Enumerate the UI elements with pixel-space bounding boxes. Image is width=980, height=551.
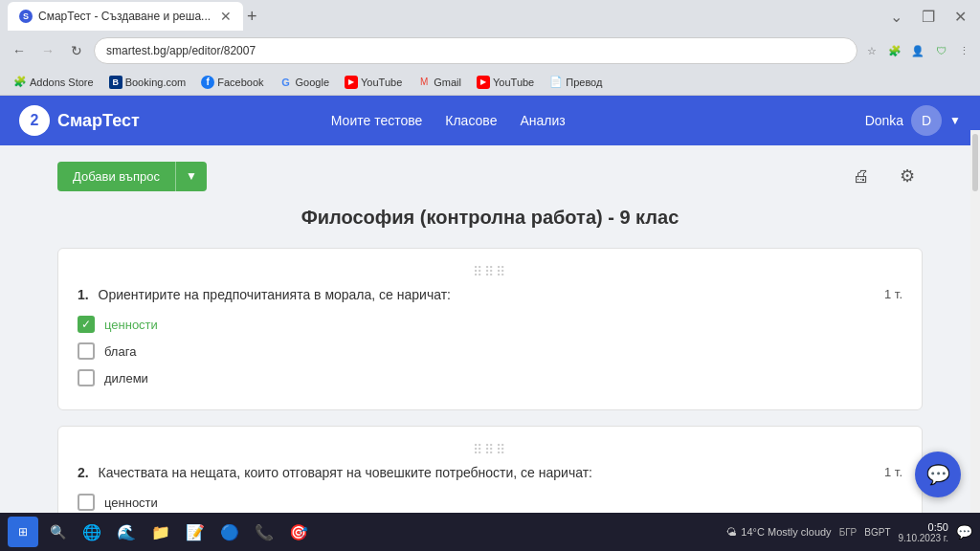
answer-option: дилеми [78, 367, 902, 388]
bookmark-google[interactable]: G Google [274, 74, 335, 91]
maximize-button[interactable]: ❐ [916, 8, 941, 26]
chat-bubble-button[interactable]: 💬 [915, 452, 961, 497]
add-question-button[interactable]: Добави въпрос [57, 162, 175, 191]
taskbar-chrome[interactable]: 🌐 [77, 517, 107, 547]
editor-toolbar: Добави въпрос ▼ 🖨 ⚙ [57, 161, 923, 191]
menu-button[interactable]: ⋮ [955, 42, 972, 59]
answer-text-1-1: ценности [104, 318, 158, 332]
files-icon: 📁 [151, 523, 170, 541]
bookmark-prevod[interactable]: 📄 Превод [544, 74, 608, 91]
test-title: Философия (контролна работа) - 9 клас [57, 207, 923, 229]
logo-icon: 2 [19, 105, 50, 136]
question-points-2: 1 т. [884, 465, 902, 479]
drag-handle-1[interactable]: ⠿⠿⠿ [78, 264, 902, 279]
extension-icon[interactable]: 🧩 [886, 42, 903, 59]
taskbar-edge[interactable]: 🌊 [111, 517, 142, 547]
drag-dots-icon: ⠿⠿⠿ [473, 264, 507, 279]
address-bar[interactable] [94, 37, 858, 64]
windows-icon: ⊞ [18, 525, 28, 539]
taskbar-word[interactable]: 📝 [180, 517, 211, 547]
bookmarks-bar: 🧩 Addons Store B Booking.com f Facebook … [0, 69, 980, 96]
scrollbar[interactable] [970, 130, 980, 513]
time-display: 0:50 [899, 521, 948, 533]
question-card-1: ⠿⠿⠿ 1. Ориентирите на предпочитанията в … [57, 248, 923, 410]
lang-bgpt: BGPT [864, 527, 890, 538]
add-question-group: Добави въпрос ▼ [57, 162, 207, 191]
reload-button[interactable]: ↻ [65, 39, 88, 62]
lang-indicator: БГР [839, 527, 858, 538]
start-button[interactable]: ⊞ [8, 517, 38, 547]
drag-handle-2[interactable]: ⠿⠿⠿ [78, 442, 902, 457]
taskbar-system: БГР [839, 527, 858, 538]
question-text-1: 1. Ориентирите на предпочитанията в мора… [78, 287, 451, 302]
answer-checkbox-1-3[interactable] [78, 369, 95, 386]
profile-icon[interactable]: 👤 [909, 42, 926, 59]
taskbar-files[interactable]: 📁 [145, 517, 176, 547]
menu-my-tests[interactable]: Моите тестове [331, 113, 423, 128]
add-question-dropdown-button[interactable]: ▼ [175, 162, 207, 191]
youtube-icon-2: ▶ [477, 76, 490, 89]
bookmark-gmail[interactable]: M Gmail [412, 74, 467, 91]
answer-option: ценности [78, 314, 902, 335]
answer-option: блага [78, 341, 902, 362]
answer-option-2-1: ценности [78, 492, 902, 513]
question-text-2: 2. Качествата на нещата, които отговарят… [78, 465, 592, 480]
notification-button[interactable]: 💬 [956, 524, 972, 540]
answer-text-2-1: ценности [104, 496, 158, 510]
app-logo[interactable]: 2 СмарТест [19, 105, 140, 136]
bookmark-addons[interactable]: 🧩 Addons Store [8, 74, 100, 91]
bookmark-facebook[interactable]: f Facebook [195, 74, 269, 91]
app-menu: Моите тестове Класове Анализ [331, 113, 566, 128]
bookmark-booking[interactable]: B Booking.com [103, 74, 192, 91]
menu-classes[interactable]: Класове [445, 113, 497, 128]
bookmark-star-icon[interactable]: ☆ [863, 42, 880, 59]
bookmark-youtube1[interactable]: ▶ YouTube [339, 74, 408, 91]
search-icon: 🔍 [50, 524, 66, 540]
window-controls: ⌄ ❐ ✕ [884, 8, 972, 26]
page-content: Добави въпрос ▼ 🖨 ⚙ Философия (контролна… [0, 145, 980, 528]
address-bar-icons: ☆ 🧩 👤 🛡 ⋮ [863, 42, 972, 59]
answer-checkbox-1-2[interactable] [78, 342, 95, 360]
translate-icon: 📄 [549, 76, 563, 89]
tab-title: СмарТест - Създаване и реша... [38, 10, 211, 23]
back-button[interactable]: ← [8, 39, 31, 62]
forward-button[interactable]: → [36, 39, 59, 62]
settings-button[interactable]: ⚙ [892, 161, 923, 191]
booking-icon: B [109, 76, 122, 89]
question-header-2: 2. Качествата на нещата, които отговарят… [78, 465, 902, 480]
tab-close-button[interactable]: ✕ [220, 9, 232, 24]
user-section: Donka D ▼ [865, 105, 961, 136]
facebook-icon: f [201, 76, 214, 89]
addons-icon: 🧩 [13, 76, 27, 89]
answer-checkbox-2-1[interactable] [78, 494, 95, 511]
taskbar-app5[interactable]: 🔵 [214, 517, 245, 547]
user-name: Donka [865, 113, 903, 128]
answer-checkbox-1-1[interactable] [78, 316, 95, 333]
app5-icon: 🔵 [220, 523, 239, 541]
app-name: СмарТест [57, 111, 140, 131]
user-avatar[interactable]: D [911, 105, 942, 136]
scroll-thumb[interactable] [972, 134, 978, 191]
taskbar: ⊞ 🔍 🌐 🌊 📁 📝 🔵 📞 🎯 🌤 14°C Mostly cloudy Б… [0, 513, 980, 551]
app-navigation: 2 СмарТест Моите тестове Класове Анализ … [0, 96, 980, 145]
new-tab-button[interactable]: + [247, 7, 257, 27]
minimize-button[interactable]: ⌄ [884, 8, 908, 26]
weather-icon: 🌤 [726, 526, 737, 538]
question-header-1: 1. Ориентирите на предпочитанията в мора… [78, 287, 902, 302]
toolbar-icons: 🖨 ⚙ [846, 161, 923, 191]
taskbar-app7[interactable]: 🎯 [283, 517, 314, 547]
tab-favicon: S [19, 10, 33, 23]
menu-analysis[interactable]: Анализ [520, 113, 565, 128]
app7-icon: 🎯 [289, 523, 308, 541]
taskbar-search[interactable]: 🔍 [42, 517, 73, 547]
close-button[interactable]: ✕ [948, 8, 972, 26]
youtube-icon-1: ▶ [345, 76, 358, 89]
answer-text-1-2: блага [104, 344, 136, 359]
weather-text: 14°C Mostly cloudy [741, 526, 831, 538]
chrome-icon: 🌐 [82, 523, 101, 541]
taskbar-app6[interactable]: 📞 [249, 517, 279, 547]
print-button[interactable]: 🖨 [846, 161, 877, 191]
active-tab[interactable]: S СмарТест - Създаване и реша... ✕ [8, 2, 243, 31]
bookmark-youtube2[interactable]: ▶ YouTube [471, 74, 540, 91]
user-dropdown-arrow[interactable]: ▼ [949, 114, 961, 127]
